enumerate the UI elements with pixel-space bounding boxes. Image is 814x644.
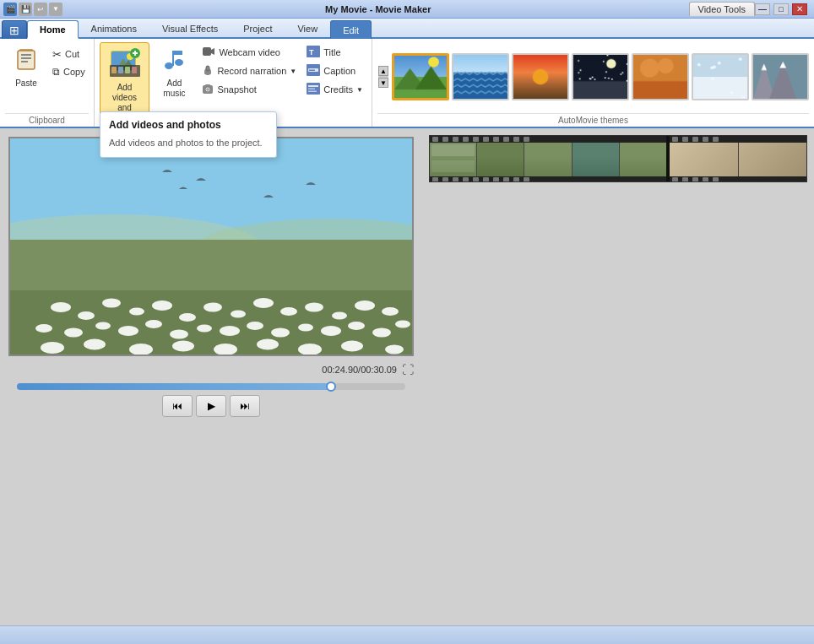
film-segment-2[interactable] (670, 136, 806, 182)
svg-rect-21 (172, 51, 182, 55)
close-button[interactable]: ✕ (792, 3, 807, 15)
svg-rect-18 (134, 51, 136, 56)
svg-point-50 (129, 308, 144, 316)
svg-rect-4 (21, 61, 28, 62)
svg-point-71 (298, 324, 313, 332)
svg-rect-3 (21, 57, 31, 59)
theme-5[interactable] (632, 53, 689, 100)
svg-point-22 (175, 59, 183, 66)
timeline-panel (422, 128, 814, 625)
forward-button[interactable]: ⏭ (230, 395, 260, 417)
paste-button[interactable]: Paste (5, 42, 47, 92)
theme-2[interactable] (452, 53, 509, 100)
quick-access-undo[interactable]: ↩ (34, 3, 47, 16)
add-videos-icon (110, 46, 140, 81)
play-button[interactable]: ▶ (196, 395, 226, 417)
playback-controls: ⏮ ▶ ⏭ (8, 395, 414, 417)
theme-1[interactable] (392, 53, 449, 100)
svg-point-70 (271, 328, 290, 338)
svg-rect-12 (111, 67, 117, 73)
tab-home[interactable]: Home (27, 20, 79, 39)
svg-point-83 (341, 341, 363, 352)
svg-point-31 (206, 88, 209, 91)
record-icon (202, 64, 214, 78)
time-display: 00:24.90/00:30.09 ⛶ (8, 361, 414, 378)
svg-point-76 (41, 342, 64, 354)
progress-fill (17, 383, 332, 390)
fullscreen-button[interactable]: ⛶ (402, 363, 414, 376)
tab-view[interactable]: View (285, 19, 330, 37)
record-label: Record narration (217, 66, 286, 76)
caption-button[interactable]: Caption (303, 62, 366, 79)
maximize-button[interactable]: □ (773, 3, 789, 15)
svg-point-68 (220, 326, 240, 336)
credits-button[interactable]: Credits ▼ (303, 81, 366, 98)
svg-point-72 (321, 326, 341, 336)
progress-bar[interactable] (17, 383, 405, 390)
svg-point-82 (298, 344, 322, 355)
svg-rect-14 (125, 67, 130, 73)
theme-7[interactable] (752, 53, 809, 100)
snapshot-label: Snapshot (217, 84, 256, 95)
themes-scroll-down[interactable]: ▼ (378, 78, 388, 88)
svg-point-84 (385, 345, 404, 354)
svg-rect-39 (308, 85, 318, 87)
rewind-button[interactable]: ⏮ (162, 395, 193, 417)
paste-icon (13, 46, 40, 77)
svg-point-75 (395, 321, 410, 328)
tab-edit[interactable]: Edit (330, 20, 372, 39)
svg-point-61 (35, 324, 52, 333)
tooltip-title: Add videos and photos (109, 119, 268, 131)
svg-point-52 (179, 313, 196, 322)
title-button[interactable]: T Title (303, 44, 366, 61)
theme-4[interactable] (572, 53, 629, 100)
copy-label: Copy (63, 67, 85, 77)
quick-access-menu[interactable]: ▼ (49, 3, 62, 16)
svg-rect-23 (203, 47, 211, 56)
cut-button[interactable]: ✂ Cut (49, 46, 89, 62)
credits-icon (307, 83, 320, 96)
tab-animations[interactable]: Animations (79, 19, 149, 37)
record-button[interactable]: Record narration ▼ (198, 62, 300, 79)
video-tools-tab[interactable]: Video Tools (689, 2, 755, 16)
svg-point-47 (51, 302, 71, 312)
quick-access-save[interactable]: 💾 (19, 3, 32, 16)
app-title: My Movie - Movie Maker (68, 4, 689, 14)
timeline-strip[interactable] (429, 135, 807, 182)
svg-point-81 (257, 339, 279, 350)
title-label: Title (323, 47, 340, 57)
video-preview[interactable] (8, 137, 414, 356)
svg-rect-28 (207, 73, 209, 75)
svg-point-69 (247, 322, 263, 330)
tab-visual-effects[interactable]: Visual Effects (149, 19, 231, 37)
status-bar (0, 625, 814, 644)
svg-marker-24 (211, 48, 214, 55)
svg-point-78 (129, 344, 153, 355)
copy-button[interactable]: ⧉ Copy (49, 63, 89, 80)
svg-point-57 (305, 303, 323, 312)
film-segment-1[interactable] (430, 136, 666, 182)
progress-thumb[interactable] (326, 382, 336, 392)
svg-point-54 (231, 311, 246, 318)
credits-dropdown[interactable]: ▼ (356, 86, 363, 94)
svg-point-77 (84, 339, 106, 350)
tab-file[interactable]: ⊞ (2, 20, 27, 39)
theme-3[interactable] (512, 53, 569, 100)
snapshot-button[interactable]: Snapshot (198, 81, 300, 98)
svg-rect-37 (309, 70, 315, 72)
title-icon: T (307, 46, 320, 59)
tab-project[interactable]: Project (231, 19, 285, 37)
record-dropdown[interactable]: ▼ (290, 68, 296, 75)
svg-text:T: T (309, 48, 314, 57)
credits-label: Credits (323, 84, 353, 95)
theme-6[interactable] (692, 53, 749, 100)
paste-label: Paste (15, 78, 37, 89)
themes-scrollbar[interactable]: ▲ ▼ (377, 64, 389, 89)
themes-scroll-up[interactable]: ▲ (378, 66, 388, 76)
add-music-button[interactable]: Addmusic (153, 42, 195, 102)
minimize-button[interactable]: — (755, 3, 770, 15)
svg-point-48 (78, 311, 95, 320)
svg-point-79 (172, 341, 194, 352)
svg-point-56 (280, 307, 297, 316)
webcam-button[interactable]: Webcam video (198, 44, 300, 61)
